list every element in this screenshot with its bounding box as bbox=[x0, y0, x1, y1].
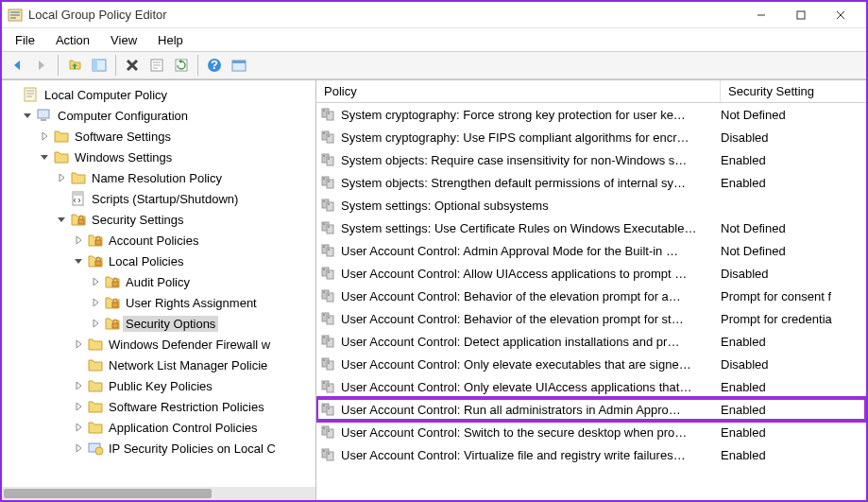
policy-name: User Account Control: Virtualize file an… bbox=[341, 448, 721, 462]
policy-row[interactable]: User Account Control: Only elevate UIAcc… bbox=[316, 375, 866, 398]
chevron-right-icon[interactable] bbox=[72, 379, 85, 392]
chevron-right-icon[interactable] bbox=[55, 171, 68, 184]
folder-icon bbox=[53, 148, 70, 165]
tree-node[interactable]: Local Computer Policy bbox=[2, 84, 315, 105]
tree-node[interactable]: Audit Policy bbox=[2, 271, 315, 292]
tree-node[interactable]: Public Key Policies bbox=[2, 375, 315, 396]
chevron-right-icon[interactable] bbox=[38, 130, 51, 143]
column-header-policy[interactable]: Policy bbox=[316, 80, 721, 102]
menu-view[interactable]: View bbox=[101, 31, 146, 49]
policy-row[interactable]: User Account Control: Switch to the secu… bbox=[316, 421, 866, 443]
tree-node[interactable]: Software Settings bbox=[2, 126, 315, 147]
policy-name: System cryptography: Force strong key pr… bbox=[341, 108, 721, 122]
policy-icon bbox=[320, 106, 337, 123]
policy-name: System settings: Use Certificate Rules o… bbox=[341, 221, 721, 235]
tree-node[interactable]: Security Settings bbox=[2, 209, 315, 230]
back-button[interactable] bbox=[6, 54, 28, 77]
column-header-setting[interactable]: Security Setting bbox=[721, 80, 866, 102]
tree-node[interactable]: Windows Defender Firewall w bbox=[2, 334, 315, 355]
policy-row[interactable]: User Account Control: Behavior of the el… bbox=[316, 285, 866, 307]
chevron-down-icon[interactable] bbox=[21, 109, 34, 122]
policy-name: User Account Control: Detect application… bbox=[341, 335, 721, 349]
export-list-button[interactable] bbox=[228, 54, 250, 77]
svg-rect-18 bbox=[232, 61, 246, 63]
policy-name: System cryptography: Use FIPS compliant … bbox=[341, 130, 721, 145]
policy-name: System settings: Optional subsystems bbox=[341, 199, 721, 213]
policy-row[interactable]: User Account Control: Run all administra… bbox=[316, 398, 866, 421]
menu-action[interactable]: Action bbox=[46, 31, 99, 49]
security-setting: Prompt for consent f bbox=[721, 289, 866, 303]
help-button[interactable]: ? bbox=[203, 54, 226, 77]
tree-node[interactable]: Local Policies bbox=[2, 251, 315, 271]
tree-pane: Local Computer PolicyComputer Configurat… bbox=[2, 80, 316, 500]
policy-row[interactable]: System settings: Use Certificate Rules o… bbox=[316, 216, 866, 239]
svg-rect-1 bbox=[10, 11, 20, 13]
chevron-right-icon[interactable] bbox=[72, 400, 85, 413]
chevron-right-icon[interactable] bbox=[72, 441, 85, 455]
up-button[interactable] bbox=[63, 54, 86, 77]
folder-icon bbox=[53, 128, 70, 145]
security-setting: Enabled bbox=[721, 153, 866, 167]
properties-button[interactable] bbox=[145, 54, 168, 77]
policy-row[interactable]: User Account Control: Only elevate execu… bbox=[316, 353, 866, 375]
security-setting: Prompt for credentia bbox=[721, 312, 866, 326]
delete-button[interactable] bbox=[121, 54, 144, 77]
policy-row[interactable]: User Account Control: Detect application… bbox=[316, 330, 866, 353]
policy-icon bbox=[320, 129, 337, 146]
chevron-right-icon[interactable] bbox=[72, 421, 85, 434]
folder-icon bbox=[70, 169, 87, 186]
policy-row[interactable]: System cryptography: Use FIPS compliant … bbox=[316, 126, 866, 148]
security-setting: Not Defined bbox=[721, 221, 866, 235]
show-hide-tree-button[interactable] bbox=[88, 54, 111, 77]
tree-node[interactable]: Account Policies bbox=[2, 230, 315, 251]
chevron-right-icon[interactable] bbox=[72, 234, 85, 247]
secfolder-icon bbox=[87, 252, 104, 269]
chevron-down-icon[interactable] bbox=[55, 213, 68, 226]
policy-row[interactable]: User Account Control: Allow UIAccess app… bbox=[316, 262, 866, 285]
close-button[interactable] bbox=[821, 4, 860, 26]
tree-node[interactable]: Network List Manager Policie bbox=[2, 355, 315, 375]
chevron-right-icon[interactable] bbox=[89, 275, 102, 288]
policy-row[interactable]: User Account Control: Virtualize file an… bbox=[316, 443, 866, 466]
tree-node-label: User Rights Assignment bbox=[123, 295, 260, 311]
chevron-right-icon[interactable] bbox=[89, 317, 102, 330]
expander-spacer bbox=[8, 88, 21, 101]
security-setting: Disabled bbox=[721, 357, 866, 372]
chevron-down-icon[interactable] bbox=[38, 150, 51, 164]
tree-node[interactable]: Name Resolution Policy bbox=[2, 167, 315, 188]
tree-node[interactable]: Application Control Policies bbox=[2, 417, 315, 438]
policy-row[interactable]: User Account Control: Admin Approval Mod… bbox=[316, 239, 866, 262]
tree-node[interactable]: Windows Settings bbox=[2, 147, 315, 167]
tree-node-label: Windows Settings bbox=[72, 149, 175, 165]
menu-help[interactable]: Help bbox=[148, 31, 193, 49]
tree-node[interactable]: Software Restriction Policies bbox=[2, 396, 315, 417]
tree-node[interactable]: Scripts (Startup/Shutdown) bbox=[2, 188, 315, 209]
chevron-right-icon[interactable] bbox=[89, 296, 102, 309]
tree-node[interactable]: IP Security Policies on Local C bbox=[2, 438, 315, 459]
policy-name: User Account Control: Admin Approval Mod… bbox=[341, 244, 721, 258]
policy-row[interactable]: System objects: Strengthen default permi… bbox=[316, 171, 866, 194]
horizontal-scrollbar[interactable] bbox=[2, 487, 315, 500]
tree-node-label: Local Computer Policy bbox=[42, 87, 170, 103]
list-view[interactable]: System cryptography: Force strong key pr… bbox=[316, 103, 866, 500]
policy-row[interactable]: System settings: Optional subsystems bbox=[316, 194, 866, 216]
chevron-right-icon[interactable] bbox=[72, 338, 85, 351]
expander-spacer bbox=[72, 358, 85, 372]
scrollbar-thumb[interactable] bbox=[4, 489, 212, 498]
chevron-down-icon[interactable] bbox=[72, 254, 85, 268]
tree-node[interactable]: Security Options bbox=[2, 313, 315, 334]
menu-file[interactable]: File bbox=[6, 31, 44, 49]
policy-row[interactable]: System objects: Require case insensitivi… bbox=[316, 148, 866, 171]
refresh-button[interactable] bbox=[170, 54, 193, 77]
tree-node[interactable]: User Rights Assignment bbox=[2, 292, 315, 313]
folder-icon bbox=[87, 377, 104, 394]
policy-row[interactable]: System cryptography: Force strong key pr… bbox=[316, 103, 866, 126]
tree-node[interactable]: Computer Configuration bbox=[2, 105, 315, 126]
maximize-button[interactable] bbox=[781, 4, 821, 26]
minimize-button[interactable] bbox=[741, 4, 781, 26]
policy-row[interactable]: User Account Control: Behavior of the el… bbox=[316, 307, 866, 330]
forward-button[interactable] bbox=[30, 54, 53, 77]
tree-node-label: Audit Policy bbox=[123, 274, 193, 290]
tree-view[interactable]: Local Computer PolicyComputer Configurat… bbox=[2, 80, 315, 500]
titlebar: Local Group Policy Editor bbox=[2, 2, 866, 28]
